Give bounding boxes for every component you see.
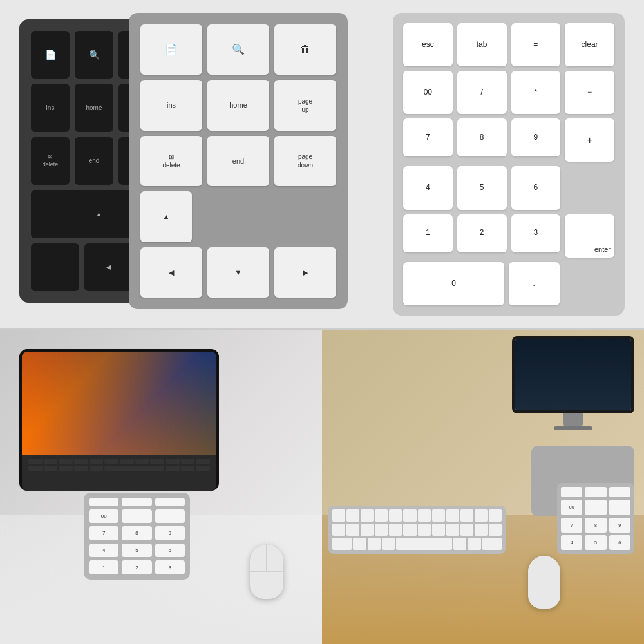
key-white-divide: /	[457, 71, 507, 114]
key-dark-left: ◀	[84, 243, 133, 291]
key-white-8: 8	[457, 118, 507, 156]
key-med-delete: ⊠delete	[140, 136, 202, 186]
key-white-00: 00	[403, 71, 453, 114]
photo-desk-setup: 00 7 8 9 4 5 6	[322, 330, 644, 644]
key-med-left: ◀	[140, 247, 202, 298]
lifestyle-photos: 00 7 8 9 4 5 6 1 2 3	[0, 330, 644, 644]
key-med-doc: 📄	[140, 24, 202, 75]
key-white-2: 2	[457, 214, 507, 252]
key-white-0: 0	[403, 262, 504, 305]
key-white-multiply: *	[511, 71, 561, 114]
key-white-decimal: .	[509, 262, 560, 305]
key-med-down: ▼	[207, 247, 269, 298]
key-dark-1	[31, 243, 79, 291]
key-white-plus: +	[565, 118, 614, 162]
key-dark-end: end	[75, 137, 113, 185]
key-white-7: 7	[403, 118, 453, 156]
key-white-9: 9	[511, 118, 561, 156]
keyboard-medium: 📄 🔍 🗑 ins home pageup ⊠delete end pagedo…	[129, 13, 348, 309]
photo-laptop-desk: 00 7 8 9 4 5 6 1 2 3	[0, 330, 322, 644]
key-white-1: 1	[403, 214, 453, 252]
key-white-6: 6	[511, 166, 561, 209]
key-med-search: 🔍	[207, 24, 269, 75]
key-white-enter: enter	[565, 214, 614, 258]
key-med-up: ▲	[140, 191, 192, 242]
keyboard-white: esc tab = clear 00 / * − 7 8 9 + 4	[393, 13, 625, 316]
product-showcase: 📄 🔍 🗑 esc ins home pageup 00 ⊠delete end…	[0, 0, 644, 328]
key-dark-ins: ins	[31, 84, 70, 131]
key-dark-search: 🔍	[75, 31, 113, 79]
key-white-esc: esc	[403, 23, 453, 66]
key-med-right: ▶	[274, 247, 336, 298]
key-med-pgdn: pagedown	[274, 136, 336, 186]
key-dark-home: home	[75, 84, 113, 131]
key-med-ins: ins	[140, 80, 202, 130]
key-med-end: end	[207, 136, 269, 186]
key-white-5: 5	[457, 166, 507, 209]
key-white-tab: tab	[457, 23, 507, 66]
key-white-minus: −	[565, 71, 614, 114]
key-med-trash: 🗑	[274, 24, 336, 75]
key-dark-delete: ⊠delete	[31, 137, 70, 185]
key-white-4: 4	[403, 166, 453, 209]
key-dark-doc: 📄	[31, 31, 70, 79]
key-med-home: home	[207, 80, 269, 130]
key-med-pgup: pageup	[274, 80, 336, 130]
key-white-3: 3	[511, 214, 561, 252]
key-white-clear: clear	[565, 23, 614, 66]
key-white-equals: =	[511, 23, 561, 66]
